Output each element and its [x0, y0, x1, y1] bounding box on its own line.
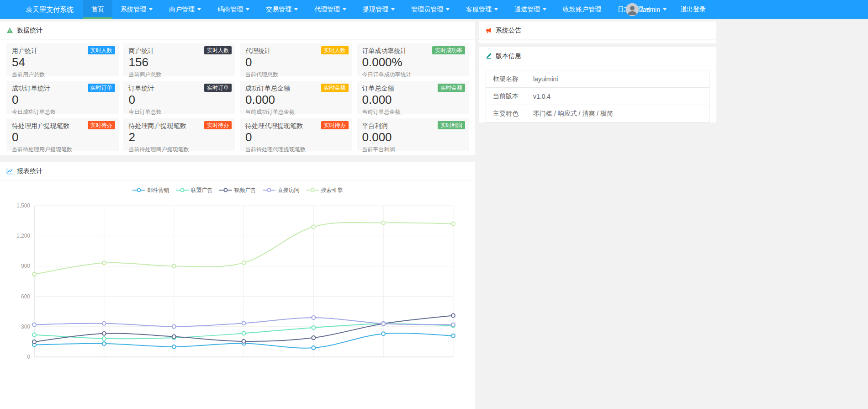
- nav-item-label: 首页: [91, 5, 104, 14]
- series-point: [312, 346, 315, 350]
- svg-text:1,200: 1,200: [16, 233, 30, 239]
- chevron-down-icon: [197, 8, 201, 11]
- announce-panel-header: 系统公告: [479, 21, 716, 40]
- svg-text:600: 600: [21, 293, 30, 300]
- series-point: [102, 261, 106, 265]
- nav-item-label: 交易管理: [266, 5, 291, 14]
- stat-card-0: 用户统计实时人数54当前用户总数: [6, 43, 119, 76]
- announce-panel: 系统公告: [479, 21, 716, 43]
- stat-card-badge: 实时利润: [438, 121, 465, 129]
- legend-marker-icon: [176, 188, 189, 192]
- svg-text:0: 0: [27, 354, 30, 360]
- chevron-down-icon: [663, 8, 667, 11]
- series-point: [172, 335, 176, 339]
- stat-card-value: 2: [129, 131, 230, 144]
- chevron-down-icon: [246, 8, 249, 11]
- series-point: [451, 323, 455, 326]
- line-chart: 03006009001,2001,500: [0, 194, 475, 409]
- legend-label: 邮件营销: [148, 186, 169, 194]
- report-icon: [6, 168, 13, 175]
- avatar[interactable]: [626, 3, 639, 16]
- version-row-label: 当前版本: [486, 88, 526, 105]
- chevron-down-icon: [149, 8, 153, 11]
- version-row-value: v1.0.4: [526, 88, 709, 105]
- version-panel-title: 版本信息: [496, 52, 521, 60]
- series-point: [451, 314, 455, 318]
- user-photo-icon: [626, 3, 639, 16]
- series-point: [172, 345, 176, 349]
- legend-item[interactable]: 视频广告: [219, 186, 256, 194]
- stat-card-desc: 当前用户总数: [12, 71, 113, 79]
- nav-item-label: 通道管理: [514, 5, 540, 14]
- user-name-label: admin: [643, 6, 660, 13]
- legend-marker-icon: [132, 188, 145, 192]
- main-nav: 首页系统管理商户管理码商管理交易管理代理管理提现管理管理员管理客服管理通道管理收…: [83, 0, 658, 19]
- legend-marker-icon: [263, 188, 275, 192]
- chevron-down-icon: [494, 8, 498, 11]
- chevron-down-icon: [343, 8, 346, 11]
- stat-card-10: 待处理代理提现笔数实时待办0当前待处理代理提现笔数: [240, 118, 352, 151]
- app-title: 袁天罡支付系统: [26, 0, 74, 19]
- nav-item-label: 代理管理: [314, 5, 340, 14]
- legend-item[interactable]: 直接访问: [263, 186, 300, 194]
- nav-item-0[interactable]: 首页: [83, 0, 112, 19]
- nav-item-1[interactable]: 系统管理: [112, 0, 161, 19]
- legend-item[interactable]: 邮件营销: [132, 186, 169, 194]
- announce-icon: [485, 27, 492, 34]
- stat-card-1: 商户统计实时人数156当前商户总数: [123, 43, 236, 76]
- nav-item-10[interactable]: 收款账户管理: [555, 0, 609, 19]
- report-panel-title: 报表统计: [17, 167, 42, 175]
- stat-card-desc: 今日成功订单总数: [12, 108, 113, 116]
- stat-card-value: 0.000: [362, 131, 464, 144]
- stat-card-3: 订单成功率统计实时成功率0.000%今日订单成功率统计: [357, 43, 469, 76]
- report-panel-header: 报表统计: [0, 162, 475, 181]
- report-panel: 报表统计 邮件营销联盟广告视频广告直接访问搜索引擎 03006009001,20…: [0, 162, 475, 409]
- legend-label: 搜索引擎: [321, 186, 343, 194]
- nav-item-8[interactable]: 客服管理: [458, 0, 506, 19]
- stat-card-badge: 实时人数: [204, 46, 232, 54]
- stat-card-7: 订单总金额实时金额0.000当前订单总金额: [357, 81, 469, 114]
- user-menu[interactable]: admin: [643, 6, 667, 13]
- series-point: [32, 272, 36, 276]
- nav-item-4[interactable]: 交易管理: [258, 0, 306, 19]
- nav-item-label: 收款账户管理: [563, 5, 601, 14]
- series-point: [102, 337, 106, 340]
- stat-card-badge: 实时金额: [438, 84, 465, 92]
- version-row-2: 主要特色零门槛 / 响应式 / 清爽 / 极简: [486, 105, 709, 122]
- legend-item[interactable]: 搜索引擎: [306, 186, 343, 194]
- stat-card-badge: 实时人数: [321, 46, 349, 54]
- legend-item[interactable]: 联盟广告: [176, 186, 213, 194]
- stat-card-value: 156: [129, 56, 230, 69]
- stat-card-desc: 当前待处理用户提现笔数: [12, 146, 113, 154]
- navbar-inner: 袁天罡支付系统 首页系统管理商户管理码商管理交易管理代理管理提现管理管理员管理客…: [0, 0, 716, 19]
- version-panel-header: 版本信息: [479, 47, 716, 65]
- version-row-label: 框架名称: [486, 70, 526, 88]
- left-column: 数据统计 用户统计实时人数54当前用户总数商户统计实时人数156当前商户总数代理…: [0, 21, 475, 409]
- legend-marker-icon: [219, 188, 232, 192]
- stat-card-desc: 当前代理总数: [245, 71, 347, 79]
- chevron-down-icon: [446, 8, 450, 11]
- stat-card-desc: 当前订单总金额: [362, 108, 464, 116]
- series-point: [312, 326, 315, 329]
- stat-card-badge: 实时订单: [88, 84, 115, 92]
- series-point: [242, 321, 246, 325]
- chart-legend: 邮件营销联盟广告视频广告直接访问搜索引擎: [0, 181, 475, 194]
- stat-card-6: 成功订单总金额实时金额0.000当前成功订单总金额: [240, 81, 352, 114]
- svg-text:900: 900: [21, 263, 30, 269]
- series-point: [242, 331, 246, 335]
- svg-text:1,500: 1,500: [16, 202, 30, 209]
- series-point: [172, 264, 176, 268]
- nav-item-5[interactable]: 代理管理: [306, 0, 355, 19]
- series-point: [451, 222, 455, 226]
- top-navbar: 袁天罡支付系统 首页系统管理商户管理码商管理交易管理代理管理提现管理管理员管理客…: [0, 0, 868, 19]
- nav-item-7[interactable]: 管理员管理: [403, 0, 458, 19]
- nav-item-3[interactable]: 码商管理: [209, 0, 258, 19]
- nav-item-6[interactable]: 提现管理: [355, 0, 403, 19]
- logout-button[interactable]: 退出登录: [680, 5, 706, 14]
- legend-label: 联盟广告: [191, 186, 213, 194]
- stat-card-value: 54: [12, 56, 113, 69]
- series-point: [451, 334, 455, 338]
- nav-item-2[interactable]: 商户管理: [161, 0, 209, 19]
- nav-item-9[interactable]: 通道管理: [506, 0, 555, 19]
- series-point: [102, 342, 106, 345]
